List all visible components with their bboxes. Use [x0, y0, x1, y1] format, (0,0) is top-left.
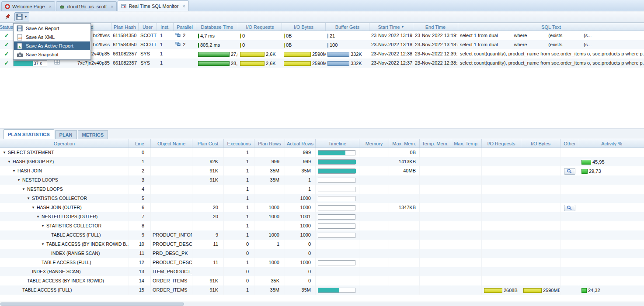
view-other-details-button[interactable]: [564, 205, 575, 211]
col-header-activity[interactable]: Activity %: [579, 139, 644, 148]
executions-cell: 1: [224, 230, 254, 240]
io-requests-bar: [484, 288, 502, 293]
sql-monitor-row[interactable]: ✓ br2ffvss 611584350 SCOTT 1 2 805,2 ms …: [0, 40, 644, 49]
io-requests-value: 2,6K: [266, 61, 276, 66]
col-header-other[interactable]: Other: [560, 139, 579, 148]
success-check-icon: ✓: [4, 32, 9, 39]
tab-plan[interactable]: PLAN: [55, 130, 77, 139]
expand-caret-icon[interactable]: ▼: [36, 212, 42, 221]
pin-button[interactable]: [2, 12, 13, 21]
col-header-executions[interactable]: Executions: [224, 139, 254, 148]
plan-row[interactable]: ▼ TABLE ACCESS (BY INDEX ROWID B... 10 P…: [0, 240, 644, 249]
timeline-bar: [318, 233, 355, 238]
col-header-operation[interactable]: Operation: [0, 139, 129, 148]
tab-metrics[interactable]: METRICS: [78, 130, 108, 139]
max-mem-cell: [389, 276, 420, 285]
plan-row[interactable]: ▼ HASH JOIN (OUTER) 6 20 1 1000 1000 134…: [0, 203, 644, 212]
expand-caret-icon[interactable]: ▼: [41, 221, 46, 230]
col-header-user[interactable]: User: [139, 23, 157, 31]
close-tab-icon[interactable]: ×: [182, 3, 185, 9]
plan-row[interactable]: ▼ SELECT STATEMENT 0 1 999 0B: [0, 148, 644, 157]
menu-item-save-snapshot[interactable]: Save Snapshot: [14, 50, 90, 59]
max-mem-cell: 1347KB: [389, 203, 420, 212]
col-header-actual-rows[interactable]: Actual Rows: [285, 139, 316, 148]
plan-row[interactable]: ▼ NESTED LOOPS (OUTER) 7 20 1 1000 1001: [0, 212, 644, 221]
io-requests-cell: [482, 230, 521, 240]
col-header-parallel[interactable]: Parallel: [174, 23, 196, 31]
menu-item-save-as-active-report[interactable]: Save As Active Report: [14, 41, 90, 50]
executions-cell: 1: [224, 203, 254, 212]
col-header-plan-cost[interactable]: Plan Cost: [192, 139, 224, 148]
tab-welcome-page[interactable]: Welcome Page ×: [1, 1, 55, 11]
plan-row[interactable]: ▼ HASH JOIN 2 91K 1 35M 35M 40MB: [0, 166, 644, 175]
col-header-io-requests[interactable]: I/O Requests: [238, 23, 282, 31]
col-header-memory[interactable]: Memory: [359, 139, 389, 148]
horizontal-scrollbar[interactable]: [0, 302, 644, 306]
other-cell: [560, 203, 579, 212]
plan-row[interactable]: ▼ INDEX (RANGE SCAN) 13 ITEM_PRODUCT_IX …: [0, 267, 644, 276]
expand-caret-icon[interactable]: ▼: [17, 175, 22, 185]
max-temp-cell: [451, 203, 482, 212]
col-header-end-time[interactable]: End Time: [413, 23, 458, 31]
plan-row[interactable]: ▼ STATISTICS COLLECTOR 5 1 1000: [0, 194, 644, 203]
start-time-cell: 23-Nov-2022 12:38:33: [369, 49, 413, 58]
plan-row[interactable]: ▼ TABLE ACCESS (FULL) 9 PRODUCT_INFOR...…: [0, 230, 644, 240]
parallel-cell: 2: [174, 31, 196, 40]
io-requests-cell: 2,6K: [238, 58, 282, 68]
tab-real-time-sql-monitor[interactable]: Real Time SQL Monitor ×: [118, 0, 188, 11]
plan-row[interactable]: ▼ HASH (GROUP BY) 1 92K 1 999 999 1413KB: [0, 157, 644, 166]
save-dropdown-arrow-icon[interactable]: ▼: [24, 15, 28, 19]
expand-caret-icon[interactable]: ▼: [22, 185, 27, 194]
buffer-gets-bar: [327, 43, 328, 48]
col-header-sql-text[interactable]: SQL Text: [458, 23, 644, 31]
col-header-plan-rows[interactable]: Plan Rows: [254, 139, 285, 148]
max-temp-cell: [451, 221, 482, 230]
sql-monitor-header: Status Sql Id Plan Hash User Inst. Paral…: [0, 23, 644, 31]
memory-cell: [359, 157, 389, 166]
menu-item-save-as-xml[interactable]: xml Save As XML: [14, 33, 90, 41]
sql-monitor-row[interactable]: ✓ br2ffvss 611584350 SCOTT 1 2 4,7 ms 0 …: [0, 31, 644, 40]
expand-caret-icon[interactable]: ▼: [27, 194, 32, 203]
col-header-timeline[interactable]: Timeline: [316, 139, 359, 148]
expand-caret-icon[interactable]: ▼: [31, 203, 37, 212]
save-split-button[interactable]: ▼: [14, 12, 29, 21]
col-header-start-time[interactable]: Start Time ▼: [369, 23, 413, 31]
plan-row[interactable]: ▼ STATISTICS COLLECTOR 8 1 1000: [0, 221, 644, 230]
plan-row[interactable]: ▼ TABLE ACCESS (FULL) 15 ORDER_ITEMS 91K…: [0, 285, 644, 295]
col-header-line[interactable]: Line: [129, 139, 151, 148]
col-header-database-time[interactable]: Database Time: [196, 23, 238, 31]
sql-monitor-row[interactable]: ✓ 37 s 7xc7jn2v40p35 661082357 SYS 1 28,…: [0, 58, 644, 68]
col-header-max-mem[interactable]: Max. Mem.: [389, 139, 420, 148]
tab-connection[interactable]: cloud19c_us_scott ×: [56, 1, 117, 11]
close-tab-icon[interactable]: ×: [111, 4, 113, 9]
col-header-io-bytes[interactable]: I/O Bytes: [282, 23, 326, 31]
sql-monitor-row[interactable]: ✓ 2v40p35 661082357 SYS 1 27,8 s 2,6K 25…: [0, 49, 644, 58]
plan-row[interactable]: ▼ INDEX (RANGE SCAN) 11 PRD_DESC_PK 0 0: [0, 249, 644, 258]
plan-row[interactable]: ▼ NESTED LOOPS 4 1 1: [0, 185, 644, 194]
expand-caret-icon[interactable]: ▼: [12, 166, 17, 175]
col-header-temp-mem[interactable]: Temp. Mem.: [420, 139, 451, 148]
col-header-io-bytes[interactable]: I/O Bytes: [521, 139, 560, 148]
menu-item-save-as-report[interactable]: Save As Report: [14, 24, 90, 33]
timeline-bar: [318, 223, 355, 229]
expand-caret-icon[interactable]: ▼: [7, 157, 13, 166]
col-header-status[interactable]: Status: [0, 23, 13, 31]
col-header-max-temp[interactable]: Max. Temp.: [451, 139, 482, 148]
actual-rows-cell: 35M: [285, 166, 316, 175]
col-header-plan-hash[interactable]: Plan Hash: [111, 23, 139, 31]
col-header-object-name[interactable]: Object Name: [151, 139, 192, 148]
col-header-inst[interactable]: Inst.: [157, 23, 174, 31]
memory-cell: [359, 194, 389, 203]
plan-row[interactable]: ▼ TABLE ACCESS (BY INDEX ROWID) 14 ORDER…: [0, 276, 644, 285]
close-tab-icon[interactable]: ×: [49, 4, 51, 9]
plan-row[interactable]: ▼ TABLE ACCESS (FULL) 12 PRODUCT_DESCRI.…: [0, 258, 644, 267]
temp-mem-cell: [420, 212, 451, 221]
col-header-buffer-gets[interactable]: Buffer Gets: [326, 23, 369, 31]
expand-caret-icon[interactable]: ▼: [3, 148, 8, 157]
col-header-io-requests[interactable]: I/O Requests: [482, 139, 521, 148]
plan-row[interactable]: ▼ NESTED LOOPS 3 91K 1 35M 1: [0, 175, 644, 185]
view-other-details-button[interactable]: [564, 168, 575, 175]
scrollbar-thumb[interactable]: [0, 303, 184, 306]
tab-plan-statistics[interactable]: PLAN STATISTICS: [3, 129, 54, 139]
expand-caret-icon[interactable]: ▼: [41, 240, 46, 249]
